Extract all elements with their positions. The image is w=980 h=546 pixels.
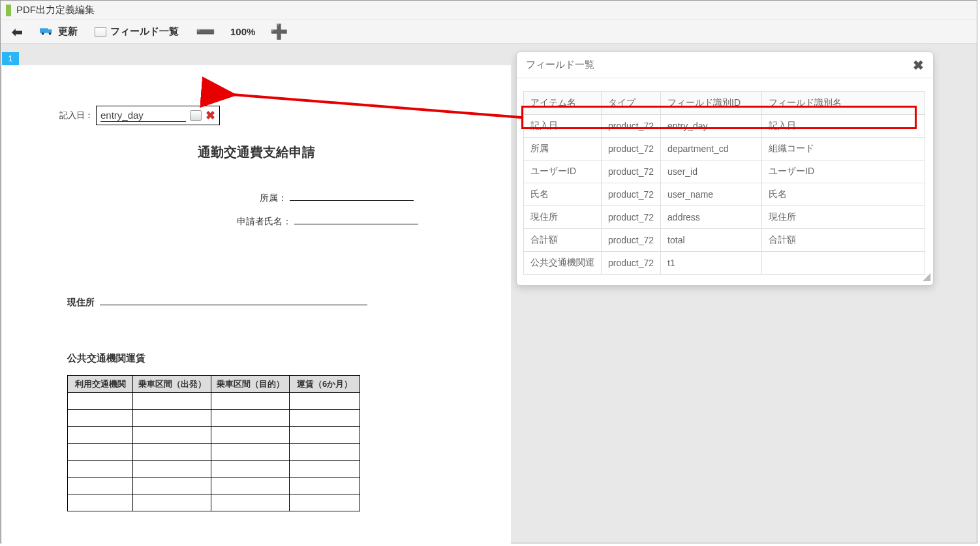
plus-icon: ➕ [270, 25, 288, 39]
field-list-panel: フィールド一覧 ✖ アイテム名 タイプ フィールド識別ID フィールド識別名 記… [516, 52, 934, 286]
field-row[interactable]: 所属product_72department_cd組織コード [524, 138, 925, 160]
svg-point-2 [42, 33, 44, 35]
update-label: 更新 [58, 25, 78, 38]
grid-icon [95, 27, 106, 37]
field-cell-fname [762, 252, 925, 275]
field-cell-fid: user_name [661, 183, 762, 206]
fare-row[interactable] [68, 494, 360, 511]
affiliation-label: 所属： [260, 192, 287, 203]
affiliation-field[interactable] [290, 189, 414, 201]
fare-row[interactable] [68, 427, 360, 444]
field-cell-fid: total [661, 229, 762, 252]
fieldlist-label: フィールド一覧 [110, 25, 179, 38]
calendar-icon[interactable] [190, 110, 202, 121]
minus-icon: ➖ [196, 24, 215, 40]
truck-icon [40, 25, 54, 38]
field-cell-type: product_72 [602, 229, 661, 252]
fare-row[interactable] [68, 461, 360, 478]
field-cell-item: 記入日 [524, 115, 602, 138]
applicant-label: 申請者氏名： [237, 216, 292, 226]
fare-row[interactable] [68, 478, 360, 494]
field-cell-fname: 合計額 [762, 229, 925, 252]
field-row[interactable]: 氏名product_72user_name氏名 [524, 183, 925, 206]
field-cell-fid: t1 [661, 252, 762, 275]
fld-col-fname: フィールド識別名 [762, 92, 925, 115]
update-button[interactable]: 更新 [33, 22, 85, 42]
fieldlist-button[interactable]: フィールド一覧 [87, 22, 186, 42]
field-cell-item: ユーザーID [524, 160, 602, 183]
field-cell-type: product_72 [602, 115, 661, 138]
fare-row[interactable] [68, 393, 360, 410]
field-cell-fid: user_id [661, 160, 762, 183]
entry-date-field[interactable]: entry_day ✖ [96, 106, 220, 125]
window-indicator-icon [6, 5, 11, 16]
delete-field-icon[interactable]: ✖ [206, 110, 215, 121]
address-field[interactable] [100, 294, 367, 305]
svg-rect-0 [40, 28, 48, 33]
field-cell-item: 現住所 [524, 206, 602, 229]
document-title: 通勤交通費支給申請 [2, 144, 511, 161]
fare-col-2: 乗車区間（目的） [211, 376, 290, 393]
field-cell-item: 合計額 [524, 229, 602, 252]
field-cell-fid: entry_day [661, 115, 762, 138]
fare-table: 利用交通機関 乗車区間（出発） 乗車区間（目的） 運賃（6か月） [67, 375, 360, 511]
back-arrow-icon: ⬅ [12, 24, 23, 40]
field-cell-fname: 組織コード [762, 138, 925, 160]
zoom-out-button[interactable]: ➖ [189, 22, 222, 42]
page-tab-1[interactable]: 1 [2, 52, 19, 65]
fare-col-1: 乗車区間（出発） [133, 376, 211, 393]
field-cell-item: 氏名 [524, 183, 602, 206]
field-row[interactable]: 記入日product_72entry_day記入日 [524, 115, 925, 138]
fare-section-label: 公共交通機関運賃 [67, 352, 145, 365]
field-table: アイテム名 タイプ フィールド識別ID フィールド識別名 記入日product_… [523, 91, 925, 275]
field-cell-item: 所属 [524, 138, 602, 160]
field-cell-fname: 氏名 [762, 183, 925, 206]
fld-col-fid: フィールド識別ID [661, 92, 762, 115]
field-cell-type: product_72 [602, 183, 661, 206]
field-cell-type: product_72 [602, 160, 661, 183]
field-cell-type: product_72 [602, 252, 661, 275]
fare-row[interactable] [68, 444, 360, 461]
fld-col-item: アイテム名 [524, 92, 602, 115]
toolbar: ⬅ 更新 フィールド一覧 ➖ 100% ➕ [1, 20, 977, 44]
fld-col-type: タイプ [602, 92, 661, 115]
back-button[interactable]: ⬅ [5, 22, 30, 42]
applicant-field[interactable] [294, 213, 418, 224]
field-cell-fid: address [661, 206, 762, 229]
entry-date-value: entry_day [100, 110, 186, 122]
entry-date-label: 記入日： [59, 110, 93, 121]
field-cell-fname: ユーザーID [762, 160, 925, 183]
field-row[interactable]: ユーザーIDproduct_72user_idユーザーID [524, 160, 925, 183]
window-titlebar: PDF出力定義編集 [1, 1, 977, 20]
field-cell-fname: 記入日 [762, 115, 925, 138]
field-cell-type: product_72 [602, 206, 661, 229]
panel-title: フィールド一覧 [526, 59, 594, 71]
address-label: 現住所 [67, 297, 95, 307]
fare-col-0: 利用交通機関 [68, 376, 133, 393]
window-title: PDF出力定義編集 [16, 4, 95, 16]
fare-col-3: 運賃（6か月） [290, 376, 360, 393]
field-cell-fid: department_cd [661, 138, 762, 160]
field-cell-type: product_72 [602, 138, 661, 160]
zoom-in-button[interactable]: ➕ [263, 22, 295, 42]
panel-close-button[interactable]: ✖ [913, 57, 924, 73]
zoom-level: 100% [225, 26, 260, 37]
pdf-canvas[interactable]: 記入日： entry_day ✖ 通勤交通費支給申請 所属： 申請者氏名： 現住… [2, 65, 511, 546]
field-row[interactable]: 公共交通機関運product_72t1 [524, 252, 925, 275]
field-row[interactable]: 現住所product_72address現住所 [524, 206, 925, 229]
fare-row[interactable] [68, 410, 360, 427]
svg-point-3 [49, 33, 52, 35]
field-row[interactable]: 合計額product_72total合計額 [524, 229, 925, 252]
field-cell-item: 公共交通機関運 [524, 252, 602, 275]
field-cell-fname: 現住所 [762, 206, 925, 229]
